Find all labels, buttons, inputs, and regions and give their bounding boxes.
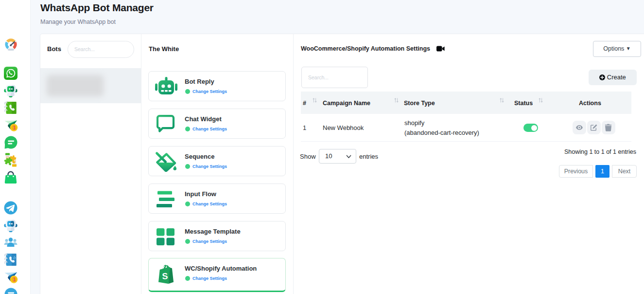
svg-text:1: 1	[13, 276, 16, 282]
svg-text:S: S	[162, 271, 168, 281]
svg-text:1: 1	[13, 125, 16, 130]
